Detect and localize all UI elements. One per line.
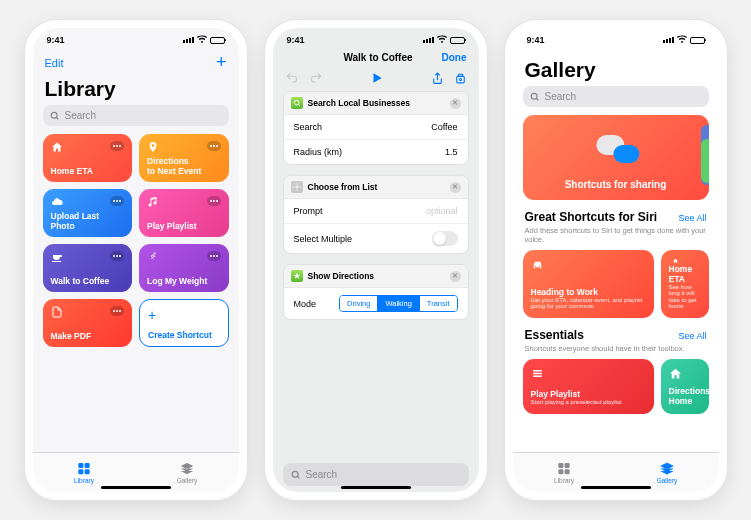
card-desc: See how long it will take to get home [669,284,701,310]
coffee-icon [51,251,63,263]
undo-icon[interactable] [285,71,299,85]
redo-icon[interactable] [309,71,323,85]
more-button[interactable] [207,251,221,261]
done-button[interactable]: Done [441,52,466,63]
create-shortcut-button[interactable]: + Create Shortcut [139,299,229,347]
search-placeholder: Search [65,110,97,121]
svg-point-13 [292,471,298,477]
shortcut-tile-home-eta[interactable]: Home ETA [43,134,133,182]
hero-card[interactable]: Shortcuts for sharing [523,115,709,200]
segment-walking[interactable]: Walking [378,296,419,311]
shortcut-tile-coffee[interactable]: Walk to Coffee [43,244,133,292]
home-icon [669,367,682,380]
shortcut-tile-pdf[interactable]: Make PDF [43,299,133,347]
signal-icon [423,37,434,43]
signal-icon [183,37,194,43]
action-search-field[interactable]: Search [283,463,469,486]
status-icons [423,35,465,45]
shortcut-tile-upload[interactable]: Upload Last Photo [43,189,133,237]
hero-title: Shortcuts for sharing [533,179,699,190]
gallery-tab-icon [178,461,196,476]
shortcut-tile-weight[interactable]: Log My Weight [139,244,229,292]
music-icon [147,196,159,208]
more-button[interactable] [110,306,124,316]
wifi-icon [197,35,207,45]
home-indicator [581,486,651,489]
tab-label: Gallery [657,477,678,484]
shortcut-tile-playlist[interactable]: Play Playlist [139,189,229,237]
more-button[interactable] [110,251,124,261]
share-icon[interactable] [431,72,444,85]
more-button[interactable] [207,196,221,206]
section-subtitle: Shortcuts everyone should have in their … [513,344,719,359]
gallery-card-directions-home[interactable]: Directions Home [661,359,709,414]
svg-rect-22 [558,463,563,468]
row-value[interactable]: 1.5 [445,147,458,157]
library-tab-icon [555,461,573,476]
running-icon [147,251,159,263]
action-show-directions[interactable]: Show Directions ✕ Mode Driving Walking T… [283,264,469,320]
gallery-card-home-eta[interactable]: Home ETA See how long it will take to ge… [661,250,709,318]
svg-line-16 [536,98,538,100]
card-name: Play Playlist [531,389,646,399]
svg-rect-4 [85,463,90,468]
list-icon [531,367,544,380]
page-title: Library [33,77,239,105]
search-icon [530,92,540,102]
section-title: Great Shortcuts for Siri [525,210,658,224]
settings-icon[interactable] [454,72,467,85]
home-indicator [101,486,171,489]
more-button[interactable] [110,141,124,151]
section-title: Essentials [525,328,584,342]
home-indicator [341,486,411,489]
status-time: 9:41 [47,35,65,45]
search-icon [291,470,301,480]
svg-point-10 [294,100,299,105]
action-choose-list[interactable]: Choose from List ✕ Promptoptional Select… [283,175,469,254]
tile-label: Make PDF [51,332,125,341]
more-button[interactable] [207,141,221,151]
segment-transit[interactable]: Transit [420,296,457,311]
play-button[interactable] [370,71,384,85]
edit-button[interactable]: Edit [45,57,64,69]
gallery-card-play-playlist[interactable]: Play Playlist Start playing a preselecte… [523,359,654,414]
tab-label: Library [74,477,94,484]
battery-icon [450,37,465,44]
add-button[interactable]: + [216,52,227,73]
remove-action-button[interactable]: ✕ [450,98,461,109]
action-title: Show Directions [308,271,375,281]
action-search-businesses[interactable]: Search Local Businesses ✕ SearchCoffee R… [283,91,469,165]
plus-icon: + [148,307,220,323]
tile-label: Directions to Next Event [147,157,221,176]
mode-segmented-control[interactable]: Driving Walking Transit [339,295,457,312]
signal-icon [663,37,674,43]
svg-point-0 [51,112,57,118]
remove-action-button[interactable]: ✕ [450,182,461,193]
card-name: Heading to Work [531,287,646,297]
row-label: Search [294,122,323,132]
search-placeholder: Search [306,469,338,480]
toggle-switch[interactable] [432,231,458,246]
remove-action-button[interactable]: ✕ [450,271,461,282]
row-value[interactable]: optional [426,206,458,216]
search-icon [50,111,60,121]
shortcut-tile-directions[interactable]: Directions to Next Event [139,134,229,182]
svg-point-17 [534,266,535,267]
svg-rect-6 [85,469,90,474]
segment-driving[interactable]: Driving [340,296,378,311]
row-label: Mode [294,299,317,309]
search-field[interactable]: Search [43,105,229,126]
tile-label: Play Playlist [147,222,221,231]
svg-rect-3 [78,463,83,468]
row-value[interactable]: Coffee [431,122,457,132]
see-all-link[interactable]: See All [678,213,706,223]
gallery-card-heading-to-work[interactable]: Heading to Work Get your ETA, calendar e… [523,250,654,318]
more-button[interactable] [110,196,124,206]
doc-icon [51,306,63,318]
svg-rect-8 [458,74,462,76]
cloud-icon [51,196,63,208]
gallery-tab-icon [658,461,676,476]
see-all-link[interactable]: See All [678,331,706,341]
search-field[interactable]: Search [523,86,709,107]
tile-label: Upload Last Photo [51,212,125,231]
